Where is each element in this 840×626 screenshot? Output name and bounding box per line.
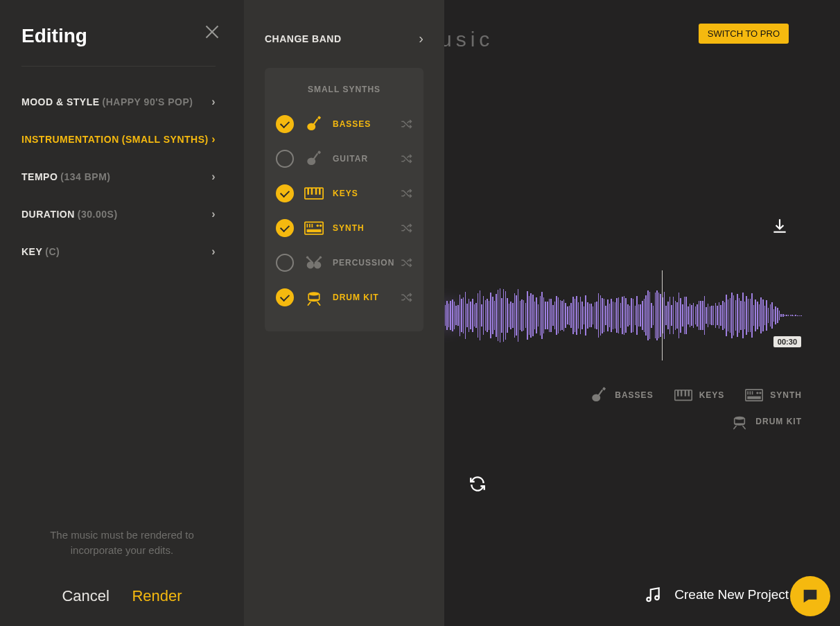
- instrument-row-percussion: PERCUSSION: [276, 245, 412, 280]
- svg-rect-32: [748, 391, 749, 394]
- playhead[interactable]: [662, 270, 663, 360]
- svg-rect-24: [597, 390, 604, 397]
- instrument-label: DRUM KIT: [333, 293, 400, 302]
- svg-rect-4: [312, 153, 318, 161]
- menu-item-value: (30.00S): [78, 209, 118, 220]
- change-band-title: CHANGE BAND: [265, 33, 342, 44]
- summary-item-keys[interactable]: KEYS: [674, 387, 725, 403]
- instrument-label: SYNTH: [333, 223, 400, 233]
- menu-item-label: DURATION: [21, 209, 75, 220]
- summary-item-drum-kit[interactable]: DRUM KIT: [730, 413, 802, 430]
- chat-fab[interactable]: [790, 576, 830, 616]
- instrument-toggle[interactable]: [276, 184, 294, 202]
- change-band-panel: CHANGE BAND › SMALL SYNTHS BASSES GUITAR…: [244, 0, 444, 626]
- instrument-label: PERCUSSION: [333, 258, 400, 268]
- shuffle-icon[interactable]: [400, 187, 412, 200]
- guitar-icon: [304, 115, 324, 133]
- svg-rect-30: [688, 390, 689, 397]
- guitar-icon: [304, 150, 324, 168]
- svg-rect-13: [309, 224, 310, 227]
- menu-item-label: INSTRUMENTATION: [21, 134, 119, 145]
- percussion-icon: [304, 254, 324, 272]
- band-card-title: SMALL SYNTHS: [276, 85, 412, 94]
- menu-item-value: (HAPPY 90'S POP): [103, 96, 193, 107]
- drumkit-icon: [304, 288, 324, 306]
- menu-item-value: (SMALL SYNTHS): [122, 134, 209, 145]
- svg-point-16: [317, 225, 320, 227]
- svg-point-39: [647, 598, 651, 601]
- instrument-row-guitar: GUITAR: [276, 141, 412, 176]
- instrument-label: BASSES: [333, 119, 400, 129]
- chevron-right-icon: ›: [211, 171, 216, 183]
- instrument-row-keys: KEYS: [276, 176, 412, 211]
- instrument-row-drum-kit: DRUM KIT: [276, 280, 412, 315]
- create-new-project-button[interactable]: Create New Project: [644, 586, 789, 604]
- svg-rect-2: [317, 116, 321, 119]
- close-icon[interactable]: [204, 25, 220, 40]
- render-note: The music must be rendered to incorporat…: [0, 528, 244, 558]
- editing-panel: Editing MOOD & STYLE(HAPPY 90'S POP)›INS…: [0, 0, 244, 626]
- svg-point-36: [757, 392, 759, 394]
- editing-menu: MOOD & STYLE(HAPPY 90'S POP)›INSTRUMENTA…: [21, 83, 216, 270]
- svg-rect-14: [312, 224, 313, 227]
- divider: [21, 66, 216, 67]
- instrument-toggle[interactable]: [276, 115, 294, 133]
- create-new-project-label: Create New Project: [674, 587, 789, 602]
- svg-point-17: [320, 225, 322, 227]
- instrument-summary: BASSESKEYSSYNTHDRUM KIT: [552, 387, 802, 430]
- summary-label: BASSES: [615, 390, 653, 400]
- svg-rect-5: [317, 150, 321, 154]
- svg-rect-9: [315, 188, 317, 195]
- render-button[interactable]: Render: [132, 587, 182, 605]
- svg-rect-15: [307, 229, 322, 232]
- shuffle-icon[interactable]: [400, 222, 412, 234]
- instrument-toggle[interactable]: [276, 150, 294, 168]
- menu-item-tempo[interactable]: TEMPO(134 BPM)›: [21, 158, 216, 195]
- instrument-toggle[interactable]: [276, 254, 294, 272]
- summary-label: DRUM KIT: [755, 417, 802, 426]
- summary-item-basses[interactable]: BASSES: [590, 387, 653, 403]
- band-card: SMALL SYNTHS BASSES GUITAR KEYS SYNTH PE…: [265, 68, 423, 331]
- menu-item-value: (C): [45, 246, 60, 257]
- summary-label: KEYS: [699, 390, 725, 400]
- chevron-right-icon[interactable]: ›: [419, 31, 423, 46]
- keys-icon: [674, 387, 692, 403]
- menu-item-mood-style[interactable]: MOOD & STYLE(HAPPY 90'S POP)›: [21, 83, 216, 121]
- refresh-icon[interactable]: [469, 475, 487, 493]
- svg-point-37: [760, 392, 762, 394]
- shuffle-icon[interactable]: [400, 118, 412, 130]
- svg-rect-7: [307, 188, 309, 195]
- instrument-toggle[interactable]: [276, 288, 294, 306]
- svg-rect-25: [602, 387, 606, 390]
- chevron-right-icon: ›: [211, 245, 216, 258]
- guitar-icon: [590, 387, 608, 403]
- svg-rect-28: [681, 390, 682, 397]
- svg-point-20: [306, 257, 308, 259]
- svg-rect-29: [684, 390, 685, 397]
- music-note-icon: [644, 586, 662, 604]
- svg-point-22: [308, 292, 319, 295]
- menu-item-duration[interactable]: DURATION(30.00S)›: [21, 195, 216, 233]
- brand-fragment: usic: [440, 28, 493, 51]
- menu-item-instrumentation[interactable]: INSTRUMENTATION(SMALL SYNTHS)›: [21, 121, 216, 158]
- shuffle-icon[interactable]: [400, 257, 412, 269]
- menu-item-key[interactable]: KEY(C)›: [21, 233, 216, 270]
- synth-icon: [304, 219, 324, 237]
- cancel-button[interactable]: Cancel: [62, 587, 109, 605]
- svg-rect-33: [750, 391, 751, 394]
- synth-icon: [745, 387, 763, 403]
- download-icon[interactable]: [771, 217, 789, 235]
- svg-rect-1: [312, 119, 318, 126]
- menu-item-value: (134 BPM): [60, 171, 110, 182]
- svg-rect-34: [752, 391, 753, 394]
- shuffle-icon[interactable]: [400, 153, 412, 165]
- switch-to-pro-button[interactable]: SWITCH TO PRO: [699, 24, 789, 44]
- svg-point-40: [656, 596, 659, 600]
- instrument-toggle[interactable]: [276, 219, 294, 237]
- summary-item-synth[interactable]: SYNTH: [745, 387, 802, 403]
- drumkit-icon: [730, 413, 749, 430]
- chevron-right-icon: ›: [211, 96, 216, 108]
- shuffle-icon[interactable]: [400, 291, 412, 304]
- svg-rect-8: [311, 188, 313, 195]
- chevron-right-icon: ›: [211, 208, 216, 220]
